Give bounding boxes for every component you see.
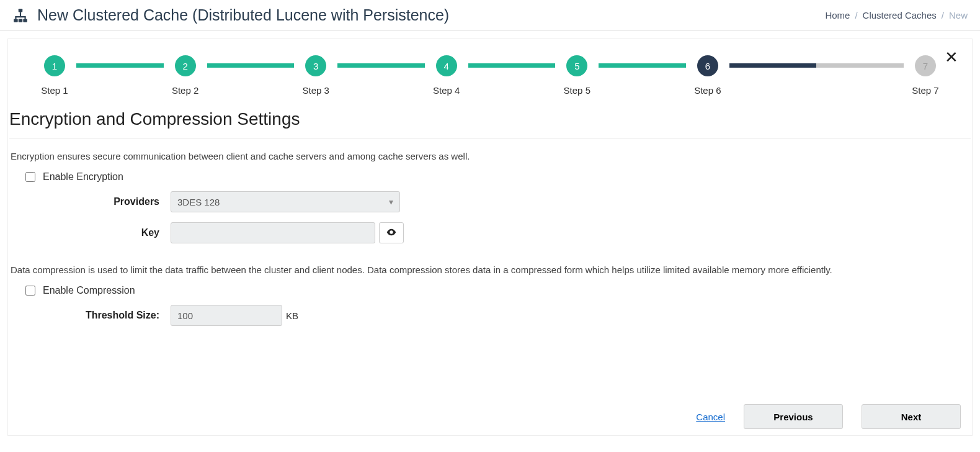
step-3[interactable]: 3 Step 3 [294,55,337,96]
step-circle: 7 [915,55,936,76]
step-bar [816,63,904,68]
breadcrumb-sep: / [855,10,857,20]
step-label: Step 3 [302,85,329,96]
step-label: Step 7 [912,85,938,96]
breadcrumb-home[interactable]: Home [825,10,850,20]
threshold-size-label: Threshold Size: [11,310,171,321]
step-4[interactable]: 4 Step 4 [425,55,468,96]
svg-rect-0 [19,9,23,12]
breadcrumb-current: New [949,10,968,20]
step-label: Step 4 [433,85,460,96]
eye-icon [386,228,396,238]
step-6[interactable]: 6 Step 6 [686,55,729,96]
key-label: Key [11,227,171,238]
key-input[interactable] [171,222,375,243]
step-circle: 6 [697,55,718,76]
step-bar [729,63,817,68]
breadcrumb: Home / Clustered Caches / New [825,10,968,20]
svg-rect-1 [14,19,18,22]
step-bar [599,63,686,68]
section-title: Encryption and Compression Settings [9,107,971,138]
step-label: Step 2 [172,85,198,96]
threshold-size-input[interactable] [171,305,282,326]
providers-label: Providers [11,196,171,207]
step-circle: 5 [566,55,587,76]
step-bar [207,63,295,68]
sitemap-icon [12,7,29,24]
step-circle: 4 [436,55,457,76]
step-label: Step 1 [41,85,68,96]
step-1[interactable]: 1 Step 1 [33,55,76,96]
step-bar [76,63,164,68]
step-bar [468,63,556,68]
step-circle: 1 [44,55,65,76]
chevron-down-icon: ▾ [389,197,393,207]
cancel-link[interactable]: Cancel [696,412,725,422]
providers-select[interactable]: 3DES 128 ▾ [171,191,400,212]
step-circle: 3 [305,55,326,76]
step-bar [337,63,425,68]
step-2[interactable]: 2 Step 2 [164,55,207,96]
encryption-description: Encryption ensures secure communication … [11,138,969,168]
enable-compression-label: Enable Compression [43,285,135,296]
wizard-stepper: 1 Step 1 2 Step 2 3 Step 3 4 Step 4 5 St… [8,50,972,107]
step-label: Step 5 [564,85,590,96]
svg-rect-3 [23,19,27,22]
step-7[interactable]: 7 Step 7 [904,55,947,96]
svg-rect-2 [19,19,23,22]
show-key-button[interactable] [379,222,404,243]
step-5[interactable]: 5 Step 5 [555,55,599,96]
step-label: Step 6 [694,85,721,96]
breadcrumb-sep: / [942,10,944,20]
enable-encryption-label: Enable Encryption [43,171,123,183]
providers-value: 3DES 128 [177,197,220,207]
enable-compression-checkbox[interactable] [25,286,35,296]
next-button[interactable]: Next [862,404,961,429]
page-title: New Clustered Cache (Distributed Lucene … [37,6,449,24]
threshold-unit: KB [286,310,298,321]
step-circle: 2 [175,55,196,76]
compression-description: Data compression is used to limit the da… [11,248,969,281]
breadcrumb-clustered-caches[interactable]: Clustered Caches [863,10,937,20]
previous-button[interactable]: Previous [744,404,843,429]
enable-encryption-checkbox[interactable] [25,172,35,182]
